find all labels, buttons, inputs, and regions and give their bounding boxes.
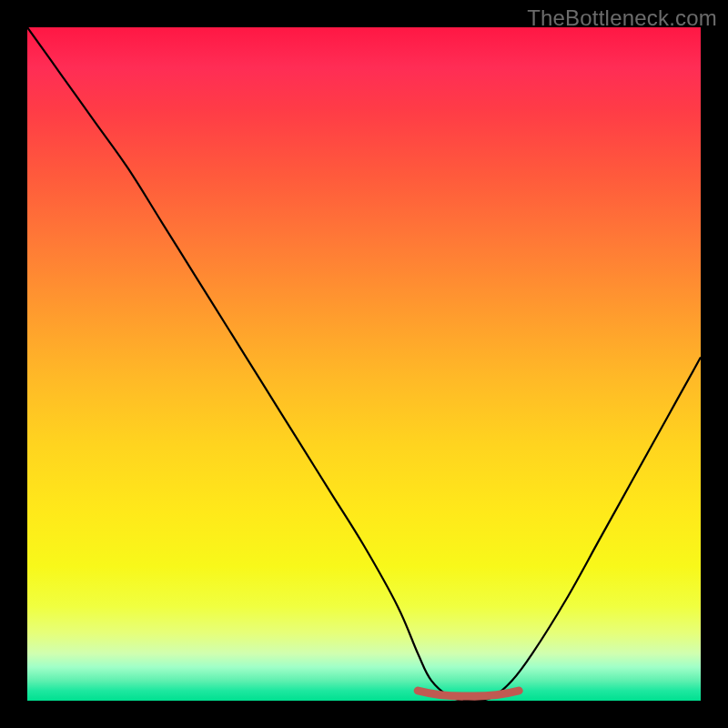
chart-svg [27, 27, 701, 701]
chart-plot-area [27, 27, 701, 701]
optimal-range-marker [418, 691, 519, 696]
watermark-text: TheBottleneck.com [527, 5, 717, 31]
chart-frame: TheBottleneck.com [0, 0, 728, 728]
bottleneck-curve [27, 27, 701, 701]
